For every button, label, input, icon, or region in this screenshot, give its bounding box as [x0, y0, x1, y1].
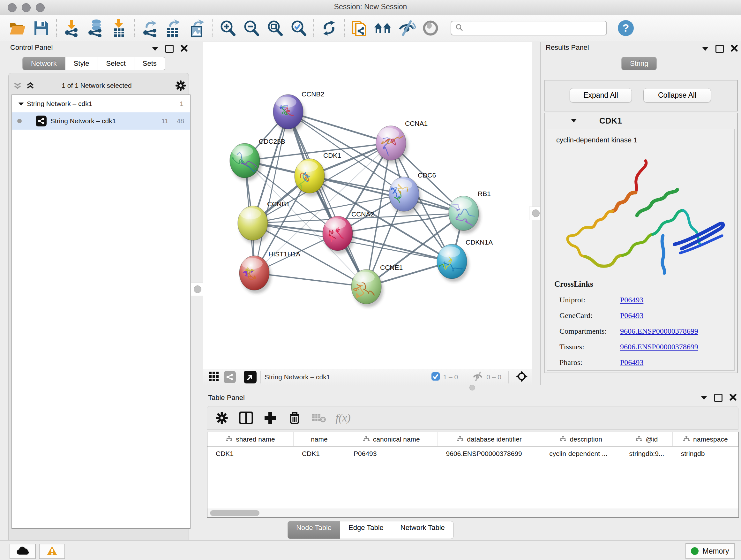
cell-3[interactable]: 9606.ENSP00000378699: [438, 447, 541, 460]
network-edge-count: 48: [177, 117, 184, 125]
column-header--id[interactable]: @id: [621, 432, 673, 446]
warnings-button[interactable]: [39, 544, 65, 559]
grid-view-icon[interactable]: [208, 371, 219, 383]
network-collection-row[interactable]: String Network – cdk1 1: [12, 95, 190, 112]
left-splitter-handle[interactable]: [191, 283, 204, 296]
pharos-link[interactable]: P06493: [620, 358, 643, 367]
close-panel-icon[interactable]: [181, 45, 188, 53]
panel-menu-icon[interactable]: [701, 396, 707, 400]
network-row[interactable]: String Network – cdk1 11 48: [12, 112, 190, 130]
close-panel-icon[interactable]: [730, 394, 737, 402]
birds-eye-view-icon[interactable]: [244, 371, 257, 383]
float-panel-icon[interactable]: [714, 394, 723, 402]
window-title: Session: New Session: [0, 3, 741, 11]
tab-style[interactable]: Style: [65, 57, 98, 70]
tab-network-table[interactable]: Network Table: [392, 521, 454, 539]
left-splitter[interactable]: [191, 42, 203, 385]
apply-layout-button[interactable]: [317, 18, 341, 38]
column-header-namespace[interactable]: namespace: [673, 432, 738, 446]
tab-edge-table[interactable]: Edge Table: [340, 521, 392, 539]
column-header-canonical-name[interactable]: canonical name: [345, 432, 438, 446]
cloud-button[interactable]: [10, 544, 36, 559]
panel-menu-icon[interactable]: [702, 47, 709, 51]
save-session-icon: [34, 21, 49, 36]
cell-6[interactable]: stringdb: [673, 447, 738, 460]
import-network-database-button[interactable]: [84, 18, 107, 38]
expand-all-button[interactable]: Expand All: [569, 88, 632, 103]
save-session-button[interactable]: [29, 18, 53, 38]
network-node-ccnb2[interactable]: [273, 95, 305, 132]
zoom-selected-button[interactable]: [286, 18, 310, 38]
uniprot-link[interactable]: P06493: [620, 296, 643, 304]
hidden-eye-icon[interactable]: [472, 372, 483, 383]
create-column-icon[interactable]: [258, 408, 282, 428]
network-list-options-icon[interactable]: [175, 80, 186, 92]
export-table-button[interactable]: [161, 18, 185, 38]
cell-5[interactable]: stringdb:9...: [621, 447, 673, 460]
hide-graphics-details-icon: [398, 20, 416, 36]
network-node-count: 11: [161, 117, 169, 125]
first-neighbors-button[interactable]: [372, 18, 395, 38]
network-node-ccnb1[interactable]: [238, 206, 270, 244]
network-view-icon[interactable]: [224, 371, 236, 383]
show-columns-icon[interactable]: [234, 408, 258, 428]
table-horizontal-scrollbar[interactable]: [207, 509, 738, 517]
network-node-ccna1[interactable]: [376, 126, 408, 164]
cell-2[interactable]: P06493: [345, 447, 437, 460]
horizontal-splitter[interactable]: [203, 385, 741, 390]
export-image-button[interactable]: [185, 18, 209, 38]
network-canvas[interactable]: CCNB2CCNA1CDC25BCDK1CDC6RB1CCNB1CCNA2CDK…: [203, 42, 532, 369]
new-network-from-selection-button[interactable]: [348, 18, 372, 38]
gene-expander-icon[interactable]: [571, 119, 577, 123]
genecard-link[interactable]: P06493: [620, 311, 643, 320]
open-file-button[interactable]: [6, 18, 29, 38]
search-field[interactable]: [451, 21, 607, 36]
column-header-name[interactable]: name: [293, 432, 345, 446]
move-network-icon[interactable]: [516, 370, 528, 384]
compartments-link[interactable]: 9606.ENSP00000378699: [620, 327, 698, 335]
import-table-button[interactable]: [107, 18, 131, 38]
close-panel-icon[interactable]: [731, 45, 738, 53]
tab-network[interactable]: Network: [22, 57, 65, 70]
memory-button[interactable]: Memory: [685, 543, 735, 559]
hide-graphics-details-button[interactable]: [395, 18, 419, 38]
network-node-ccna2[interactable]: [323, 216, 354, 254]
zoom-in-button[interactable]: [216, 18, 239, 38]
network-node-rb1[interactable]: [449, 196, 481, 234]
network-node-ccne1[interactable]: [351, 269, 383, 307]
delete-column-icon[interactable]: [282, 408, 307, 428]
tab-string[interactable]: String: [621, 57, 657, 70]
column-header-shared-name[interactable]: shared name: [207, 432, 293, 446]
gene-description: cyclin-dependent kinase 1: [556, 136, 734, 144]
import-network-file-button[interactable]: [60, 18, 84, 38]
table-row[interactable]: CDK1CDK1P064939606.ENSP00000378699cyclin…: [207, 447, 738, 460]
tissues-link[interactable]: 9606.ENSP00000378699: [620, 343, 698, 351]
cell-4[interactable]: cyclin-dependent ...: [541, 447, 621, 460]
network-node-cdc25b[interactable]: [230, 143, 262, 181]
float-panel-icon[interactable]: [165, 45, 174, 53]
collection-expander-icon[interactable]: [18, 103, 23, 106]
network-node-cdc6[interactable]: [389, 177, 421, 214]
table-options-icon[interactable]: [210, 408, 234, 428]
tab-sets[interactable]: Sets: [134, 57, 165, 70]
tab-select[interactable]: Select: [98, 57, 134, 70]
graphics-details-button[interactable]: [419, 18, 442, 38]
cell-1[interactable]: CDK1: [293, 447, 345, 460]
search-input[interactable]: [463, 24, 599, 32]
network-node-cdkn1a[interactable]: [434, 244, 469, 282]
gene-name: CDK1: [599, 116, 622, 126]
cell-0[interactable]: CDK1: [207, 447, 293, 460]
network-node-cdk1[interactable]: [294, 159, 327, 196]
panel-menu-icon[interactable]: [152, 47, 158, 51]
collapse-all-button[interactable]: Collapse All: [643, 88, 711, 103]
selected-checkbox-icon[interactable]: [431, 372, 440, 382]
help-button[interactable]: ?: [614, 18, 637, 38]
float-panel-icon[interactable]: [716, 45, 724, 53]
tab-node-table[interactable]: Node Table: [287, 521, 340, 539]
column-header-description[interactable]: description: [541, 432, 621, 446]
export-network-button[interactable]: [138, 18, 161, 38]
zoom-fit-button[interactable]: [263, 18, 286, 38]
zoom-out-button[interactable]: [239, 18, 263, 38]
column-header-database-identifier[interactable]: database identifier: [438, 432, 541, 446]
right-splitter[interactable]: [532, 42, 540, 385]
